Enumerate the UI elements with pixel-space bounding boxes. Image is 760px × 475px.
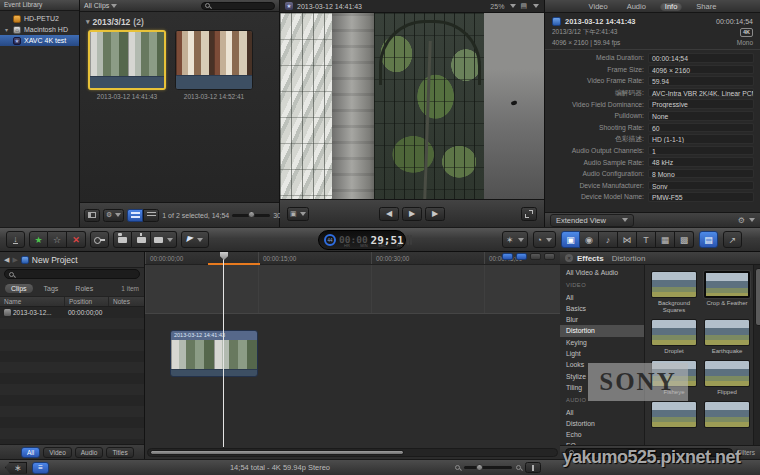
fullscreen-button[interactable] [521, 207, 537, 221]
metadata-value[interactable]: 8 Mono [648, 169, 754, 179]
effect-tile[interactable] [651, 401, 697, 437]
effect-thumbnail[interactable] [704, 360, 750, 387]
effect-tile[interactable]: Earthquake [704, 319, 750, 355]
effects-category-item[interactable]: Light [560, 348, 644, 359]
retime-button[interactable]: ◔ [533, 231, 556, 248]
audio-meters-mini[interactable] [407, 235, 413, 245]
index-filter-button[interactable]: All [21, 447, 40, 458]
playhead-line[interactable] [223, 252, 224, 447]
audio-skimming-toggle[interactable] [516, 253, 527, 260]
thumbnail-duration-slider[interactable] [232, 214, 270, 217]
viewer-canvas[interactable] [280, 13, 544, 199]
filmstrip-view-button[interactable] [127, 209, 143, 222]
chevron-down-icon[interactable] [533, 4, 539, 8]
metadata-value[interactable]: AVC-Intra VBR 2K/4K, Linear PCM [648, 88, 754, 98]
clip-appearance-button[interactable] [525, 462, 541, 473]
effects-browser-button[interactable]: ▣ [561, 231, 580, 248]
disclosure-triangle-icon[interactable]: ▾ [5, 26, 10, 33]
dashboard-timecode[interactable]: 44 00:00 29;51 HRMINSECFR [318, 230, 406, 250]
import-media-button[interactable]: ↓ [6, 231, 25, 248]
browser-search-field[interactable] [201, 2, 275, 10]
append-edit-button[interactable] [151, 231, 177, 248]
index-search-field[interactable] [4, 269, 140, 279]
enhancements-button[interactable]: ✶ [502, 231, 528, 248]
timeline-index-toggle-button[interactable]: ≡ [32, 462, 49, 474]
transitions-browser-button[interactable]: ⋈ [618, 231, 637, 248]
index-filter-button[interactable]: Video [43, 447, 72, 458]
effects-category-item[interactable]: All [560, 292, 644, 303]
titles-browser-button[interactable]: T [637, 231, 656, 248]
next-frame-button[interactable]: ▶ [425, 207, 445, 221]
metadata-value[interactable]: 59.94 [648, 76, 754, 86]
previous-frame-button[interactable]: ◀ [379, 207, 399, 221]
effect-tile[interactable]: Background Squares [651, 271, 697, 314]
skimming-toggle[interactable] [502, 253, 513, 260]
clip-filter-dropdown[interactable]: All Clips [84, 2, 117, 9]
inspector-tab[interactable]: Info [660, 2, 683, 11]
history-forward-button[interactable]: ▶ [12, 256, 17, 264]
clip-thumbnail[interactable]: 2013-03-12 14:41:43 [88, 30, 166, 100]
inspector-toggle-button[interactable]: ▤ [699, 231, 718, 248]
disclosure-triangle-icon[interactable]: ▾ [86, 18, 90, 26]
effect-thumbnail[interactable] [704, 319, 750, 346]
index-tab[interactable]: Roles [69, 284, 99, 293]
effects-panel-icon[interactable]: ✕ [565, 254, 573, 262]
event-library-item[interactable]: ▾ XAVC 4K test [0, 35, 79, 46]
hide-event-library-button[interactable] [84, 209, 100, 222]
effects-category-item[interactable]: All [560, 407, 644, 418]
metadata-value[interactable]: 00:00:14;54 [648, 53, 754, 63]
viewer-display-options-button[interactable]: ▤ [520, 2, 527, 10]
play-button[interactable]: ▶ [402, 207, 422, 221]
effects-category-item[interactable]: Distortion [560, 418, 644, 429]
metadata-value[interactable]: 1 [648, 146, 754, 156]
index-clip-row[interactable]: 2013-03-12... 00:00:00;00 [0, 307, 144, 318]
index-tab[interactable]: Clips [5, 284, 33, 293]
effect-tile[interactable]: Crop & Feather [704, 271, 750, 314]
themes-browser-button[interactable]: ▩ [675, 231, 694, 248]
browser-settings-button[interactable]: ⚙ [103, 209, 124, 222]
favorite-button[interactable]: ★ [29, 231, 48, 248]
inspector-tab[interactable]: Share [691, 2, 721, 11]
metadata-value[interactable]: None [648, 111, 754, 121]
effect-thumbnail[interactable] [651, 271, 697, 298]
list-view-button[interactable] [143, 209, 159, 222]
solo-toggle[interactable] [530, 253, 541, 260]
effects-category-item[interactable]: Blur [560, 314, 644, 325]
music-browser-button[interactable]: ♪ [599, 231, 618, 248]
metadata-settings-button[interactable]: ⚙ [738, 216, 755, 225]
clip-group-header[interactable]: ▾ 2013/3/12 (2) [80, 12, 279, 30]
metadata-value[interactable]: 48 kHz [648, 157, 754, 167]
effect-tile[interactable]: Droplet [651, 319, 697, 355]
effects-category-item[interactable]: Keying [560, 337, 644, 348]
timeline-clip[interactable]: 2013-03-12 14:41:43 [170, 330, 258, 377]
inspector-tab[interactable]: Audio [622, 2, 651, 11]
event-library-item[interactable]: ▾ Macintosh HD [0, 24, 79, 35]
metadata-value[interactable]: PMW-F55 [648, 192, 754, 202]
clip-filmstrip[interactable] [175, 30, 253, 90]
metadata-value[interactable]: 60 [648, 123, 754, 133]
zoom-out-icon[interactable] [455, 465, 460, 470]
tool-selector-button[interactable]: ◤ [181, 231, 209, 248]
effects-category-item[interactable]: VIDEO [560, 280, 644, 291]
index-tab[interactable]: Tags [38, 284, 65, 293]
effect-tile[interactable]: Flipped [704, 360, 750, 396]
effects-category-item[interactable]: Basics [560, 303, 644, 314]
effect-tile[interactable] [704, 401, 750, 437]
metadata-view-selector[interactable]: Extended View [550, 214, 634, 227]
effect-thumbnail[interactable] [704, 401, 750, 428]
metadata-value[interactable]: 4096 × 2160 [648, 65, 754, 75]
generators-browser-button[interactable]: ▦ [656, 231, 675, 248]
clip-thumbnail[interactable]: 2013-03-12 14:52:41 [175, 30, 253, 100]
effects-category-item[interactable]: Distortion [560, 325, 644, 336]
background-tasks-indicator[interactable]: 44 [324, 234, 336, 246]
scrollbar-thumb[interactable] [150, 450, 404, 455]
event-library-item[interactable]: ▾ HD-PETU2 [0, 13, 79, 24]
reject-button[interactable]: ✕ [67, 231, 86, 248]
history-back-button[interactable]: ◀ [4, 256, 9, 264]
effects-scrollbar[interactable] [753, 265, 760, 445]
metadata-value[interactable]: HD (1-1-1) [648, 134, 754, 144]
media-browser-back-button[interactable]: ∗ [5, 462, 27, 474]
slider-knob[interactable] [476, 464, 483, 471]
effects-category-item[interactable]: Echo [560, 429, 644, 440]
share-button[interactable]: ↗ [723, 231, 742, 248]
